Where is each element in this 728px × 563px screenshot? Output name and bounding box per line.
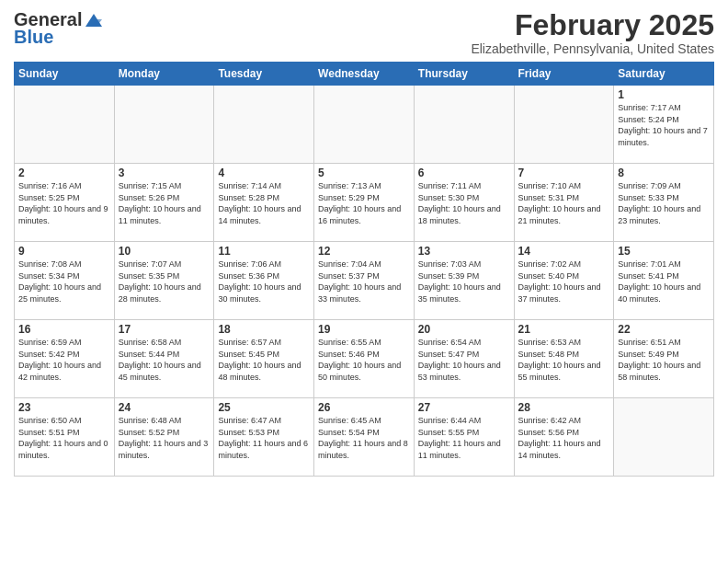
day-info: Sunrise: 7:11 AM Sunset: 5:30 PM Dayligh… — [418, 180, 510, 226]
calendar-cell: 8Sunrise: 7:09 AM Sunset: 5:33 PM Daylig… — [614, 164, 714, 242]
calendar-cell — [214, 86, 314, 164]
day-info: Sunrise: 7:02 AM Sunset: 5:40 PM Dayligh… — [518, 259, 610, 304]
day-info: Sunrise: 6:55 AM Sunset: 5:46 PM Dayligh… — [318, 337, 410, 383]
calendar-cell: 6Sunrise: 7:11 AM Sunset: 5:30 PM Daylig… — [414, 164, 514, 242]
calendar-cell: 26Sunrise: 6:45 AM Sunset: 5:54 PM Dayli… — [314, 398, 415, 477]
header: General Blue February 2025 Elizabethvill… — [14, 9, 714, 56]
day-info: Sunrise: 6:50 AM Sunset: 5:51 PM Dayligh… — [18, 415, 110, 461]
day-number: 26 — [318, 401, 410, 414]
calendar-cell: 10Sunrise: 7:07 AM Sunset: 5:35 PM Dayli… — [114, 242, 214, 320]
day-info: Sunrise: 7:15 AM Sunset: 5:26 PM Dayligh… — [119, 180, 210, 226]
weekday-header-friday: Friday — [514, 63, 614, 86]
logo: General Blue — [14, 9, 104, 48]
day-number: 1 — [618, 88, 710, 101]
day-info: Sunrise: 7:03 AM Sunset: 5:39 PM Dayligh… — [418, 259, 510, 304]
calendar-cell: 21Sunrise: 6:53 AM Sunset: 5:48 PM Dayli… — [514, 320, 614, 398]
calendar-header: SundayMondayTuesdayWednesdayThursdayFrid… — [15, 63, 714, 86]
calendar-cell: 24Sunrise: 6:48 AM Sunset: 5:52 PM Dayli… — [114, 398, 214, 477]
calendar-cell: 12Sunrise: 7:04 AM Sunset: 5:37 PM Dayli… — [314, 242, 415, 320]
day-info: Sunrise: 7:08 AM Sunset: 5:34 PM Dayligh… — [18, 259, 110, 304]
day-info: Sunrise: 6:57 AM Sunset: 5:45 PM Dayligh… — [218, 337, 310, 383]
calendar-cell — [114, 86, 214, 164]
calendar-cell: 15Sunrise: 7:01 AM Sunset: 5:41 PM Dayli… — [614, 242, 714, 320]
day-number: 22 — [618, 323, 710, 336]
day-info: Sunrise: 7:13 AM Sunset: 5:29 PM Dayligh… — [318, 180, 410, 226]
calendar-cell: 22Sunrise: 6:51 AM Sunset: 5:49 PM Dayli… — [614, 320, 714, 398]
calendar-cell — [614, 398, 714, 477]
day-info: Sunrise: 7:14 AM Sunset: 5:28 PM Dayligh… — [218, 180, 310, 226]
calendar-week-2: 2Sunrise: 7:16 AM Sunset: 5:25 PM Daylig… — [15, 164, 714, 242]
calendar-table: SundayMondayTuesdayWednesdayThursdayFrid… — [14, 62, 714, 477]
calendar-cell — [314, 86, 415, 164]
day-number: 3 — [119, 167, 210, 179]
title-block: February 2025 Elizabethville, Pennsylvan… — [471, 9, 714, 56]
day-info: Sunrise: 7:01 AM Sunset: 5:41 PM Dayligh… — [618, 259, 710, 304]
day-number: 12 — [318, 245, 410, 258]
day-number: 28 — [518, 401, 610, 414]
calendar-cell: 5Sunrise: 7:13 AM Sunset: 5:29 PM Daylig… — [314, 164, 415, 242]
day-info: Sunrise: 6:45 AM Sunset: 5:54 PM Dayligh… — [318, 415, 410, 461]
day-number: 16 — [18, 323, 110, 336]
weekday-header-tuesday: Tuesday — [214, 63, 314, 86]
calendar-cell: 27Sunrise: 6:44 AM Sunset: 5:55 PM Dayli… — [414, 398, 514, 477]
weekday-header-sunday: Sunday — [15, 63, 115, 86]
day-info: Sunrise: 6:54 AM Sunset: 5:47 PM Dayligh… — [418, 337, 510, 383]
logo-blue-text: Blue — [14, 27, 53, 48]
calendar-cell: 4Sunrise: 7:14 AM Sunset: 5:28 PM Daylig… — [214, 164, 314, 242]
calendar-cell — [514, 86, 614, 164]
day-number: 18 — [218, 323, 310, 336]
location: Elizabethville, Pennsylvania, United Sta… — [471, 41, 714, 56]
day-info: Sunrise: 7:17 AM Sunset: 5:24 PM Dayligh… — [618, 102, 710, 148]
day-info: Sunrise: 6:58 AM Sunset: 5:44 PM Dayligh… — [119, 337, 210, 383]
day-number: 11 — [218, 245, 310, 258]
day-number: 21 — [518, 323, 610, 336]
calendar-week-4: 16Sunrise: 6:59 AM Sunset: 5:42 PM Dayli… — [15, 320, 714, 398]
day-number: 2 — [18, 167, 110, 179]
day-number: 4 — [218, 167, 310, 179]
weekday-header-thursday: Thursday — [414, 63, 514, 86]
day-info: Sunrise: 6:53 AM Sunset: 5:48 PM Dayligh… — [518, 337, 610, 383]
logo-icon — [84, 12, 104, 29]
calendar-body: 1Sunrise: 7:17 AM Sunset: 5:24 PM Daylig… — [15, 86, 714, 477]
calendar-cell: 23Sunrise: 6:50 AM Sunset: 5:51 PM Dayli… — [15, 398, 115, 477]
weekday-header-saturday: Saturday — [614, 63, 714, 86]
calendar-cell: 18Sunrise: 6:57 AM Sunset: 5:45 PM Dayli… — [214, 320, 314, 398]
calendar-cell: 20Sunrise: 6:54 AM Sunset: 5:47 PM Dayli… — [414, 320, 514, 398]
calendar-cell: 1Sunrise: 7:17 AM Sunset: 5:24 PM Daylig… — [614, 86, 714, 164]
day-number: 5 — [318, 167, 410, 179]
calendar-cell: 13Sunrise: 7:03 AM Sunset: 5:39 PM Dayli… — [414, 242, 514, 320]
month-title: February 2025 — [471, 9, 714, 41]
calendar-cell: 9Sunrise: 7:08 AM Sunset: 5:34 PM Daylig… — [15, 242, 115, 320]
day-number: 6 — [418, 167, 510, 179]
calendar-cell — [15, 86, 115, 164]
day-number: 24 — [119, 401, 210, 414]
calendar-cell: 19Sunrise: 6:55 AM Sunset: 5:46 PM Dayli… — [314, 320, 415, 398]
calendar-cell: 17Sunrise: 6:58 AM Sunset: 5:44 PM Dayli… — [114, 320, 214, 398]
calendar-cell: 3Sunrise: 7:15 AM Sunset: 5:26 PM Daylig… — [114, 164, 214, 242]
day-info: Sunrise: 7:09 AM Sunset: 5:33 PM Dayligh… — [618, 180, 710, 226]
day-number: 14 — [518, 245, 610, 258]
day-number: 17 — [119, 323, 210, 336]
day-info: Sunrise: 7:06 AM Sunset: 5:36 PM Dayligh… — [218, 259, 310, 304]
calendar-cell: 7Sunrise: 7:10 AM Sunset: 5:31 PM Daylig… — [514, 164, 614, 242]
calendar-cell: 14Sunrise: 7:02 AM Sunset: 5:40 PM Dayli… — [514, 242, 614, 320]
calendar-cell: 28Sunrise: 6:42 AM Sunset: 5:56 PM Dayli… — [514, 398, 614, 477]
day-info: Sunrise: 6:48 AM Sunset: 5:52 PM Dayligh… — [119, 415, 210, 461]
calendar-cell: 25Sunrise: 6:47 AM Sunset: 5:53 PM Dayli… — [214, 398, 314, 477]
weekday-header-wednesday: Wednesday — [314, 63, 415, 86]
day-number: 13 — [418, 245, 510, 258]
calendar-cell — [414, 86, 514, 164]
day-number: 27 — [418, 401, 510, 414]
day-number: 8 — [618, 167, 710, 179]
day-number: 20 — [418, 323, 510, 336]
day-number: 19 — [318, 323, 410, 336]
day-info: Sunrise: 7:16 AM Sunset: 5:25 PM Dayligh… — [18, 180, 110, 226]
day-info: Sunrise: 7:10 AM Sunset: 5:31 PM Dayligh… — [518, 180, 610, 226]
calendar-week-5: 23Sunrise: 6:50 AM Sunset: 5:51 PM Dayli… — [15, 398, 714, 477]
page-container: General Blue February 2025 Elizabethvill… — [0, 0, 728, 486]
calendar-week-1: 1Sunrise: 7:17 AM Sunset: 5:24 PM Daylig… — [15, 86, 714, 164]
day-info: Sunrise: 6:59 AM Sunset: 5:42 PM Dayligh… — [18, 337, 110, 383]
day-info: Sunrise: 6:42 AM Sunset: 5:56 PM Dayligh… — [518, 415, 610, 461]
calendar-cell: 11Sunrise: 7:06 AM Sunset: 5:36 PM Dayli… — [214, 242, 314, 320]
day-number: 25 — [218, 401, 310, 414]
